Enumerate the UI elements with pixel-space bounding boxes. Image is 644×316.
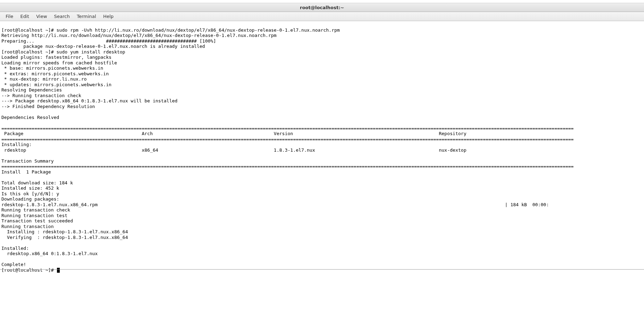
terminal-line: --> Finished Dependency Resolution	[1, 104, 95, 109]
menu-edit[interactable]: Edit	[17, 12, 33, 21]
terminal-line: Running transaction check	[1, 207, 70, 213]
terminal-line: Downloading packages:	[1, 196, 59, 202]
terminal-line: rdesktop.x86_64 0:1.8.3-1.el7.nux	[1, 251, 98, 256]
terminal-cursor	[57, 268, 60, 273]
menubar: File Edit View Search Terminal Help	[0, 12, 644, 21]
terminal-line: Verifying : rdesktop-1.8.3-1.el7.nux.x86…	[1, 235, 560, 240]
terminal-line: Resolving Dependencies	[1, 87, 62, 93]
terminal-line: Complete!	[1, 262, 26, 267]
terminal-line: Preparing... ###########################…	[1, 38, 216, 44]
terminal-line: Transaction test succeeded	[1, 218, 73, 223]
terminal-line: Installed size: 452 k	[1, 185, 59, 191]
terminal-line: --> Running transaction check	[1, 93, 81, 98]
terminal-line: Package Arch Version Repository	[1, 131, 574, 136]
menu-search[interactable]: Search	[51, 12, 73, 21]
terminal-line: ========================================…	[1, 164, 574, 169]
terminal-line: Transaction Summary	[1, 158, 54, 164]
terminal-line: package nux-dextop-release-0-1.el7.nux.n…	[1, 44, 205, 49]
terminal-line: * base: mirrors.piconets.webwerks.in	[1, 65, 103, 71]
menu-help[interactable]: Help	[99, 12, 117, 21]
terminal-line: rdesktop x86_64 1.8.3-1.el7.nux nux-dext…	[1, 147, 571, 153]
terminal-line: rdesktop-1.8.3-1.el7.nux.x86_64.rpm | 18…	[1, 202, 549, 207]
terminal-line: Loading mirror speeds from cached hostfi…	[1, 60, 117, 65]
terminal-line: Running transaction test	[1, 213, 67, 218]
terminal-line: Total download size: 184 k	[1, 180, 73, 185]
terminal-line: Retrieving http://li.nux.ro/download/nux…	[1, 33, 277, 38]
terminal-line: Install 1 Package	[1, 169, 51, 175]
window-titlebar: root@localhost:~	[0, 3, 644, 12]
window-bottom-border	[0, 269, 644, 270]
terminal-line: [root@localhost ~]# sudo yum install rde…	[1, 49, 125, 55]
menu-view[interactable]: View	[33, 12, 51, 21]
terminal-line: Running transaction	[1, 224, 54, 229]
terminal-prompt: [root@localhost ~]#	[1, 267, 57, 273]
terminal-line: ---> Package rdesktop.x86_64 0:1.8.3-1.e…	[1, 98, 178, 103]
terminal-line: ========================================…	[1, 126, 574, 131]
terminal-line: Installing:	[1, 142, 32, 147]
terminal-output[interactable]: [root@localhost ~]# sudo rpm -Uvh http:/…	[0, 21, 644, 273]
terminal-line: Loaded plugins: fastestmirror, langpacks	[1, 55, 111, 60]
terminal-line: Installed:	[1, 246, 29, 251]
terminal-line: [root@localhost ~]# sudo rpm -Uvh http:/…	[1, 27, 340, 33]
terminal-line: Installing : rdesktop-1.8.3-1.el7.nux.x8…	[1, 229, 560, 234]
terminal-line: * nux-dextop: mirror.li.nux.ro	[1, 76, 87, 82]
menu-file[interactable]: File	[2, 12, 17, 21]
terminal-line: Dependencies Resolved	[1, 115, 59, 120]
menu-terminal[interactable]: Terminal	[73, 12, 99, 21]
terminal-line: * updates: mirrors.piconets.webwerks.in	[1, 82, 111, 87]
terminal-line: * extras: mirrors.piconets.webwerks.in	[1, 71, 109, 76]
window-title: root@localhost:~	[300, 5, 344, 10]
terminal-line: Is this ok [y/d/N]: y	[1, 191, 59, 196]
terminal-line: ========================================…	[1, 137, 574, 142]
